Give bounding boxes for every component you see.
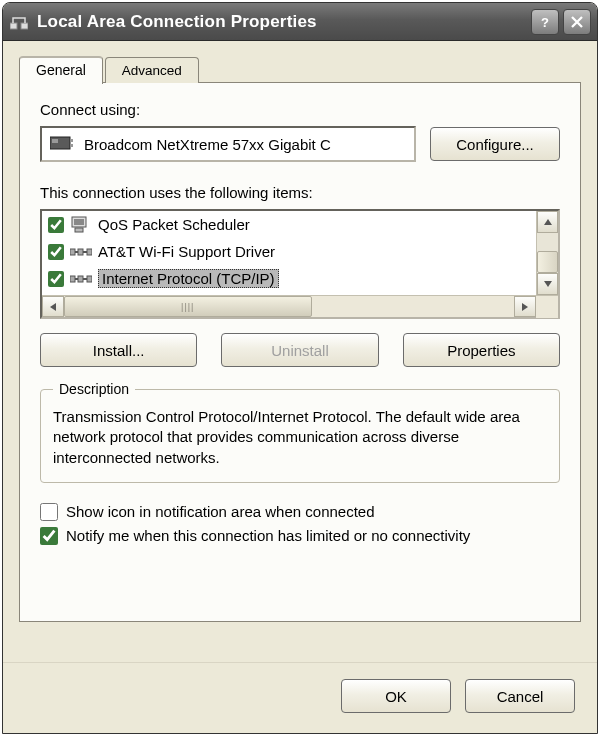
service-icon: [70, 215, 92, 235]
notify-limited-option[interactable]: Notify me when this connection has limit…: [40, 527, 560, 545]
notify-limited-label: Notify me when this connection has limit…: [66, 527, 470, 544]
svg-rect-14: [78, 276, 83, 282]
svg-rect-10: [70, 249, 75, 255]
properties-button[interactable]: Properties: [403, 333, 560, 367]
adapter-field[interactable]: Broadcom NetXtreme 57xx Gigabit C: [40, 126, 416, 162]
install-button[interactable]: Install...: [40, 333, 197, 367]
item-label: AT&T Wi-Fi Support Driver: [98, 243, 275, 260]
vscroll-thumb[interactable]: [537, 251, 558, 273]
svg-text:?: ?: [541, 15, 549, 29]
item-checkbox[interactable]: [48, 244, 64, 260]
svg-rect-13: [70, 276, 75, 282]
list-item[interactable]: Internet Protocol (TCP/IP): [42, 265, 536, 292]
protocol-icon: [70, 269, 92, 289]
tab-panel-general: Connect using: Broadcom NetXtreme 57xx G…: [19, 82, 581, 622]
tabs-strip: General Advanced: [19, 55, 581, 83]
svg-rect-8: [74, 219, 84, 225]
svg-rect-6: [52, 139, 58, 143]
show-icon-option[interactable]: Show icon in notification area when conn…: [40, 503, 560, 521]
item-checkbox[interactable]: [48, 217, 64, 233]
adapter-name: Broadcom NetXtreme 57xx Gigabit C: [84, 136, 331, 153]
protocol-icon: [70, 242, 92, 262]
horizontal-scrollbar[interactable]: ||||: [42, 295, 558, 317]
titlebar: Local Area Connection Properties ?: [3, 3, 597, 41]
svg-rect-4: [70, 139, 73, 142]
dialog-button-bar: OK Cancel: [3, 662, 597, 733]
item-label: Internet Protocol (TCP/IP): [98, 269, 279, 288]
list-item[interactable]: AT&T Wi-Fi Support Driver: [42, 238, 536, 265]
hscroll-track[interactable]: ||||: [64, 296, 514, 317]
svg-rect-0: [10, 23, 17, 29]
show-icon-label: Show icon in notification area when conn…: [66, 503, 375, 520]
uninstall-button: Uninstall: [221, 333, 378, 367]
help-button[interactable]: ?: [531, 9, 559, 35]
notify-limited-checkbox[interactable]: [40, 527, 58, 545]
svg-rect-11: [78, 249, 83, 255]
show-icon-checkbox[interactable]: [40, 503, 58, 521]
network-card-icon: [50, 135, 74, 154]
item-checkbox[interactable]: [48, 271, 64, 287]
window-title: Local Area Connection Properties: [37, 12, 531, 32]
item-label: QoS Packet Scheduler: [98, 216, 250, 233]
network-connection-icon: [9, 12, 29, 32]
tab-advanced[interactable]: Advanced: [105, 57, 199, 83]
items-label: This connection uses the following items…: [40, 184, 560, 201]
cancel-button[interactable]: Cancel: [465, 679, 575, 713]
svg-rect-1: [21, 23, 28, 29]
svg-rect-15: [87, 276, 92, 282]
adapter-row: Broadcom NetXtreme 57xx Gigabit C Config…: [40, 126, 560, 162]
svg-rect-9: [75, 228, 83, 232]
ok-button[interactable]: OK: [341, 679, 451, 713]
scroll-right-button[interactable]: [514, 296, 536, 317]
scroll-corner: [536, 296, 558, 318]
close-button[interactable]: [563, 9, 591, 35]
list-item[interactable]: QoS Packet Scheduler: [42, 211, 536, 238]
properties-dialog: Local Area Connection Properties ? Gener…: [2, 2, 598, 734]
connect-using-label: Connect using:: [40, 101, 560, 118]
dialog-content: General Advanced Connect using: Broadcom…: [3, 41, 597, 662]
scroll-left-button[interactable]: [42, 296, 64, 317]
items-list[interactable]: QoS Packet Scheduler: [42, 211, 536, 295]
titlebar-buttons: ?: [531, 9, 591, 35]
vscroll-track[interactable]: [537, 233, 558, 251]
configure-button[interactable]: Configure...: [430, 127, 560, 161]
description-text: Transmission Control Protocol/Internet P…: [53, 407, 547, 468]
scroll-up-button[interactable]: [537, 211, 558, 233]
item-buttons: Install... Uninstall Properties: [40, 333, 560, 367]
description-legend: Description: [53, 381, 135, 397]
hscroll-thumb[interactable]: ||||: [64, 296, 312, 317]
tab-general[interactable]: General: [19, 56, 103, 84]
svg-rect-5: [70, 144, 73, 147]
items-listbox: QoS Packet Scheduler: [40, 209, 560, 319]
svg-rect-12: [87, 249, 92, 255]
vertical-scrollbar[interactable]: [536, 211, 558, 295]
scroll-down-button[interactable]: [537, 273, 558, 295]
description-group: Description Transmission Control Protoco…: [40, 381, 560, 483]
